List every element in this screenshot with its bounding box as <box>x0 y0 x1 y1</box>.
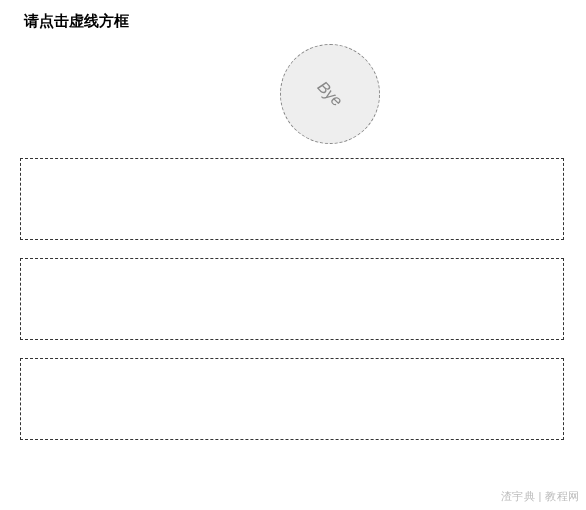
instruction-title: 请点击虚线方框 <box>24 12 129 31</box>
dashed-box-2[interactable] <box>20 258 564 340</box>
dashed-box-3[interactable] <box>20 358 564 440</box>
greeting-circle: Bye <box>280 44 380 144</box>
watermark-text: 渣宇典 | 教程网 <box>501 489 580 504</box>
greeting-circle-text: Bye <box>314 78 346 110</box>
dashed-box-1[interactable] <box>20 158 564 240</box>
